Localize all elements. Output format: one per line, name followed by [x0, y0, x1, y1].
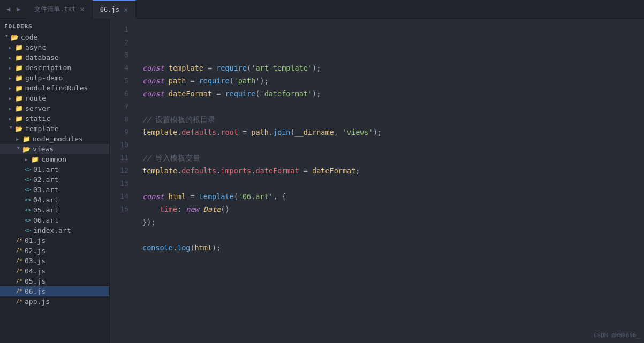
art-file-icon: <>	[25, 207, 31, 213]
sidebar-item-06art[interactable]: <>06.art	[0, 215, 109, 225]
code-line	[142, 228, 644, 241]
sidebar-item-description[interactable]: ▶📁description	[0, 63, 109, 73]
sidebar-item-node_modules[interactable]: ▶📁node_modules	[0, 134, 109, 144]
code-content: 123456789101112131415 const template = r…	[110, 19, 644, 343]
tab-06-js[interactable]: 06.js×	[93, 0, 137, 19]
sidebar-item-label: description	[25, 64, 71, 72]
code-line: // 导入模板变量	[142, 151, 644, 164]
sidebar-item-gulp-demo[interactable]: ▶📁gulp-demo	[0, 73, 109, 83]
line-number: 1	[110, 23, 128, 36]
tab-文件清单-txt[interactable]: 文件清单.txt×	[27, 0, 92, 19]
chevron-icon: ▶	[9, 86, 14, 91]
line-numbers: 123456789101112131415	[110, 19, 134, 343]
tab-label: 06.js	[100, 6, 119, 13]
tab-close-icon[interactable]: ×	[80, 5, 84, 13]
sidebar-item-label: server	[25, 104, 50, 112]
tab-close-icon[interactable]: ×	[124, 6, 128, 13]
sidebar-item-06js[interactable]: /*06.js	[0, 286, 109, 296]
art-file-icon: <>	[25, 197, 31, 203]
code-lines: const template = require('art-template')…	[134, 19, 644, 343]
js-file-icon: /*	[16, 238, 22, 243]
sidebar-item-02js[interactable]: /*02.js	[0, 246, 109, 256]
sidebar-item-label: 03.js	[25, 257, 46, 265]
chevron-icon: ▶	[9, 116, 14, 121]
sidebar-item-common[interactable]: ▶📁common	[0, 154, 109, 164]
sidebar-item-template[interactable]: ▶📂template	[0, 124, 109, 134]
art-file-icon: <>	[25, 187, 31, 193]
folder-icon: 📂	[15, 125, 23, 133]
code-line: template.defaults.imports.dateFormat = d…	[142, 164, 644, 177]
line-number: 7	[110, 100, 128, 113]
code-line: const template = require('art-template')…	[142, 62, 644, 74]
sidebar-item-appjs[interactable]: /*app.js	[0, 296, 109, 307]
line-number: 2	[110, 36, 128, 49]
sidebar-item-label: database	[25, 54, 59, 62]
nav-right-icon[interactable]: ▶	[14, 4, 22, 14]
sidebar-item-indexart[interactable]: <>index.art	[0, 225, 109, 235]
code-line	[142, 139, 644, 151]
line-number: 13	[110, 177, 128, 190]
sidebar-item-05art[interactable]: <>05.art	[0, 205, 109, 215]
chevron-icon: ▶	[9, 55, 14, 60]
folder-icon: 📁	[15, 44, 23, 51]
line-number: 3	[110, 49, 128, 62]
line-number: 9	[110, 126, 128, 139]
sidebar-item-label: 02.art	[33, 176, 58, 184]
sidebar-item-01art[interactable]: <>01.art	[0, 164, 109, 174]
sidebar-item-02art[interactable]: <>02.art	[0, 174, 109, 185]
sidebar-item-label: 03.art	[33, 186, 58, 194]
code-line: console.log(html);	[142, 241, 644, 254]
sidebar-item-label: 01.js	[25, 237, 46, 245]
line-number: 11	[110, 151, 128, 164]
main-area: FOLDERS ▶📂code▶📁async▶📁database▶📁descrip…	[0, 19, 644, 343]
line-number: 8	[110, 113, 128, 126]
folder-icon: 📁	[15, 54, 23, 62]
sidebar-item-label: 04.js	[25, 267, 46, 275]
folder-icon: 📁	[22, 135, 31, 143]
line-number: 15	[110, 203, 128, 216]
sidebar-item-async[interactable]: ▶📁async	[0, 42, 109, 52]
sidebar-item-server[interactable]: ▶📁server	[0, 103, 109, 113]
sidebar-item-label: 05.art	[33, 206, 58, 214]
folder-icon: 📁	[15, 85, 23, 92]
nav-left-icon[interactable]: ◀	[4, 4, 12, 14]
js-file-icon: /*	[16, 248, 22, 254]
sidebar-item-05js[interactable]: /*05.js	[0, 276, 109, 286]
chevron-icon: ▶	[9, 75, 14, 81]
art-file-icon: <>	[25, 166, 31, 172]
chevron-icon: ▶	[9, 45, 14, 50]
folder-icon: 📁	[31, 156, 39, 163]
sidebar-item-04art[interactable]: <>04.art	[0, 195, 109, 205]
code-line: time: new Date()	[142, 203, 644, 216]
sidebar-item-views[interactable]: ▶📂views	[0, 144, 109, 154]
tab-label: 文件清单.txt	[34, 5, 75, 14]
sidebar-item-label: index.art	[33, 226, 71, 234]
sidebar-item-03js[interactable]: /*03.js	[0, 256, 109, 266]
sidebar-item-label: node_modules	[33, 135, 83, 143]
code-line: const dateFormat = require('dateformat')…	[142, 87, 644, 100]
sidebar-item-label: 06.art	[33, 216, 58, 224]
nav-arrows: ◀ ▶	[0, 4, 27, 14]
sidebar-item-label: async	[25, 43, 46, 51]
sidebar-item-label: static	[25, 115, 50, 123]
sidebar-item-label: 05.js	[25, 277, 46, 285]
sidebar-item-01js[interactable]: /*01.js	[0, 235, 109, 246]
folder-icon: 📁	[15, 115, 23, 123]
line-number: 12	[110, 164, 128, 177]
sidebar-item-database[interactable]: ▶📁database	[0, 52, 109, 63]
js-file-icon: /*	[16, 258, 22, 264]
sidebar-item-route[interactable]: ▶📁route	[0, 93, 109, 103]
sidebar-item-code[interactable]: ▶📂code	[0, 32, 109, 42]
code-line: });	[142, 216, 644, 228]
sidebar-item-static[interactable]: ▶📁static	[0, 113, 109, 124]
sidebar-item-04js[interactable]: /*04.js	[0, 266, 109, 276]
sidebar-item-modulefindRules[interactable]: ▶📁modulefindRules	[0, 83, 109, 93]
folder-icon: 📁	[15, 105, 23, 112]
sidebar: FOLDERS ▶📂code▶📁async▶📁database▶📁descrip…	[0, 19, 110, 343]
tab-bar: ◀ ▶ 文件清单.txt×06.js×	[0, 0, 644, 19]
chevron-icon: ▶	[4, 35, 10, 40]
editor[interactable]: 123456789101112131415 const template = r…	[110, 19, 644, 343]
sidebar-item-03art[interactable]: <>03.art	[0, 185, 109, 195]
art-file-icon: <>	[25, 217, 31, 223]
sidebar-item-label: modulefindRules	[25, 84, 88, 92]
